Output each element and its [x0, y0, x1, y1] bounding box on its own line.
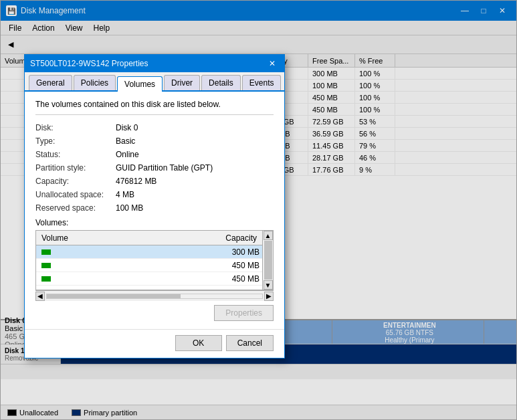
- prop-capacity: Capacity: 476812 MB: [35, 177, 274, 186]
- prop-capacity-value: 476812 MB: [116, 177, 157, 186]
- volumes-hscrollbar[interactable]: ◀ ▶: [35, 290, 274, 301]
- prop-unallocated-value: 4 MB: [116, 190, 134, 199]
- tab-volumes[interactable]: Volumes: [117, 76, 163, 92]
- prop-partition-label: Partition style:: [35, 163, 116, 173]
- vol2-icon: [41, 263, 51, 268]
- volumes-row-3[interactable]: 450 MB: [36, 272, 273, 286]
- volumes-table-wrapper: Volume Capacity 300 MB 450 MB: [35, 230, 274, 290]
- prop-disk-value: Disk 0: [116, 123, 138, 132]
- volumes-row-2[interactable]: 450 MB: [36, 259, 273, 272]
- scroll-up-arrow[interactable]: ▲: [264, 231, 273, 240]
- prop-type-value: Basic: [116, 136, 135, 146]
- vol3-name: [36, 274, 150, 284]
- scroll-track-h: [46, 294, 263, 299]
- vth-capacity: Capacity: [149, 232, 273, 244]
- scroll-thumb[interactable]: [264, 241, 272, 280]
- tab-details[interactable]: Details: [201, 75, 241, 90]
- vol1-name: [36, 247, 150, 257]
- vol2-cap: 450 MB: [150, 260, 273, 271]
- prop-reserved: Reserved space: 100 MB: [35, 203, 274, 213]
- properties-dialog: ST500LT012-9WS142 Properties ✕ General P…: [24, 54, 285, 358]
- scroll-thumb-h[interactable]: [47, 294, 181, 298]
- dialog-tabs: General Policies Volumes Driver Details …: [25, 72, 284, 92]
- vol2-name: [36, 260, 150, 271]
- volumes-scrollbar[interactable]: ▲ ▼: [262, 231, 273, 290]
- dialog-close-button[interactable]: ✕: [266, 58, 279, 70]
- prop-status-value: Online: [116, 150, 139, 159]
- properties-button[interactable]: Properties: [214, 305, 274, 321]
- vol1-cap: 300 MB: [150, 247, 273, 257]
- main-window: 💾 Disk Management — □ ✕ File Action View…: [0, 0, 517, 420]
- dialog-footer: OK Cancel: [25, 329, 284, 358]
- scroll-left-arrow[interactable]: ◀: [35, 292, 45, 301]
- dialog-props-btn-area: Properties: [35, 305, 274, 321]
- tab-events[interactable]: Events: [242, 75, 282, 90]
- vol3-cap: 450 MB: [150, 274, 273, 284]
- prop-unallocated-label: Unallocated space:: [35, 190, 116, 199]
- prop-capacity-label: Capacity:: [35, 177, 116, 186]
- prop-status-label: Status:: [35, 150, 116, 159]
- vol1-icon: [41, 249, 51, 255]
- prop-type-label: Type:: [35, 136, 116, 146]
- prop-partition-value: GUID Partition Table (GPT): [116, 163, 213, 173]
- vol3-icon: [41, 276, 51, 282]
- prop-unallocated: Unallocated space: 4 MB: [35, 190, 274, 199]
- tab-driver[interactable]: Driver: [164, 75, 200, 90]
- tab-general[interactable]: General: [29, 75, 72, 90]
- scroll-down-arrow[interactable]: ▼: [264, 280, 273, 290]
- prop-disk: Disk: Disk 0: [35, 123, 274, 132]
- prop-type: Type: Basic: [35, 136, 274, 146]
- ok-button[interactable]: OK: [175, 335, 222, 351]
- volumes-row-1[interactable]: 300 MB: [36, 245, 273, 259]
- dialog-title: ST500LT012-9WS142 Properties: [30, 59, 148, 68]
- prop-disk-label: Disk:: [35, 123, 116, 132]
- prop-reserved-value: 100 MB: [116, 203, 143, 213]
- volumes-section-label: Volumes:: [35, 218, 274, 227]
- tab-policies[interactable]: Policies: [74, 75, 116, 90]
- dialog-description: The volumes contained on this disk are l…: [35, 100, 274, 115]
- volumes-table-header: Volume Capacity: [36, 231, 273, 245]
- cancel-button[interactable]: Cancel: [226, 335, 274, 351]
- prop-reserved-label: Reserved space:: [35, 203, 116, 213]
- prop-status: Status: Online: [35, 150, 274, 159]
- vth-volume: Volume: [36, 232, 149, 244]
- prop-partition: Partition style: GUID Partition Table (G…: [35, 163, 274, 173]
- dialog-body: The volumes contained on this disk are l…: [25, 92, 284, 329]
- dialog-title-bar: ST500LT012-9WS142 Properties ✕: [25, 55, 284, 72]
- scroll-right-arrow[interactable]: ▶: [264, 292, 274, 301]
